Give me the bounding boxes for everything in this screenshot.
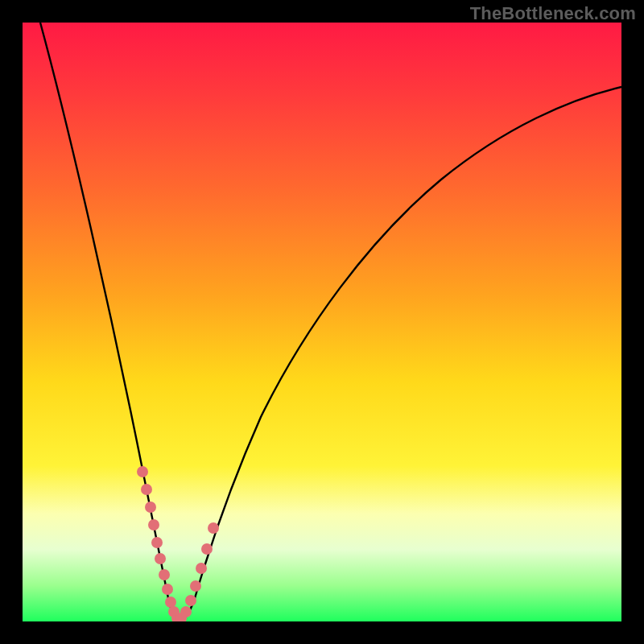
chart-frame: TheBottleneck.com: [0, 0, 644, 644]
svg-point-2: [145, 502, 156, 513]
watermark-text: TheBottleneck.com: [470, 3, 636, 24]
svg-point-13: [185, 595, 196, 606]
svg-point-6: [159, 569, 170, 580]
svg-point-15: [196, 563, 207, 574]
bottleneck-curve: [23, 23, 621, 621]
trough-markers: [137, 466, 219, 621]
chart-plot-area: [23, 23, 621, 621]
svg-point-0: [137, 466, 148, 477]
svg-point-12: [180, 606, 192, 617]
curve-path: [40, 23, 621, 621]
svg-point-8: [165, 597, 176, 608]
svg-point-3: [148, 519, 159, 530]
svg-point-17: [208, 522, 219, 534]
svg-point-1: [141, 484, 152, 495]
svg-point-16: [201, 543, 213, 555]
svg-point-5: [155, 553, 166, 564]
svg-point-7: [162, 584, 173, 595]
svg-point-4: [151, 537, 163, 548]
svg-point-14: [190, 580, 201, 592]
